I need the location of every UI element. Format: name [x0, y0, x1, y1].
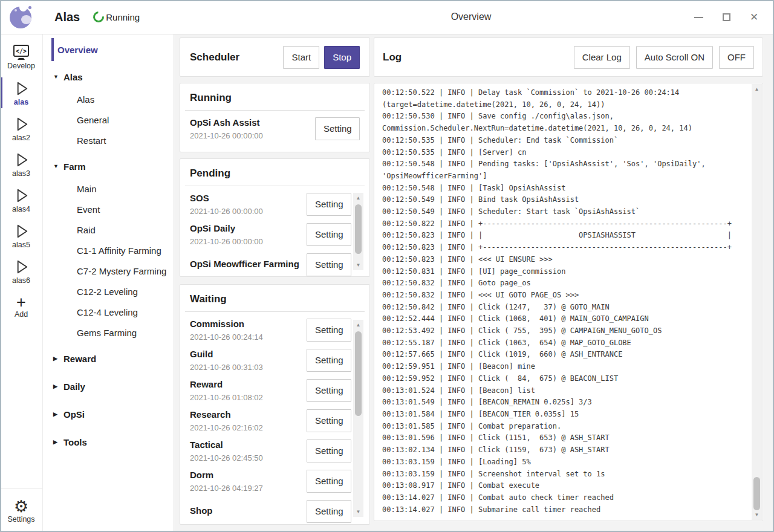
scroll-down-icon[interactable]: ▼ [353, 262, 363, 268]
task-setting-button[interactable]: Setting [315, 117, 360, 140]
nav-item[interactable]: C12-4 Leveling [43, 302, 174, 322]
running-card: Running OpSi Ash Assist 2021-10-26 00:00… [180, 83, 370, 152]
nav-expand-icon: ▶ [53, 383, 63, 389]
add-instance-button[interactable]: + Add [0, 289, 42, 325]
task-setting-button[interactable]: Setting [307, 470, 351, 493]
nav-item-label: OpSi [63, 409, 85, 420]
task-row: Commission 2021-10-26 00:24:14 Setting [190, 318, 360, 342]
page-title: Overview [451, 11, 492, 22]
nav-item[interactable]: ▼ Alas [43, 65, 174, 89]
task-info: OpSi Meowfficer Farming [190, 258, 307, 270]
nav-item[interactable]: ▼ Farm [43, 154, 174, 178]
log-line: 00:12:50.535 | INFO | Scheduler: End tas… [382, 135, 749, 147]
task-setting-button[interactable]: Setting [307, 379, 351, 402]
scrollbar-thumb[interactable] [355, 204, 362, 254]
waiting-scrollbar[interactable]: ▲ ▼ [353, 320, 363, 517]
rail-item-instance[interactable]: alas2 [0, 111, 42, 146]
start-button[interactable]: Start [283, 46, 319, 69]
scroll-up-icon[interactable]: ▲ [752, 86, 762, 92]
nav-item[interactable]: ▶ Reward [43, 346, 174, 371]
status-label: Running [106, 12, 140, 22]
log-line: 00:12:50.530 | INFO | Save config ./conf… [382, 111, 749, 134]
nav-item[interactable]: ▶ Tools [43, 430, 174, 454]
task-next-run-time: 2021-10-26 00:31:03 [190, 363, 307, 372]
app-logo-icon [8, 4, 35, 30]
stop-button[interactable]: Stop [324, 46, 360, 69]
task-info: OpSi Daily 2021-10-26 00:00:00 [190, 222, 307, 245]
scroll-up-icon[interactable]: ▲ [353, 322, 363, 328]
log-line: 00:12:50.823 | INFO | | OPSIASHASSIST | [382, 230, 749, 242]
log-line: 00:13:14.027 | INFO | Combat auto check … [382, 492, 749, 504]
maximize-icon [723, 13, 730, 21]
log-title: Log [383, 51, 568, 63]
app-title: Alas [54, 10, 80, 24]
waiting-title: Waiting [185, 285, 365, 312]
rail-item-develop[interactable]: </> Develop [0, 39, 42, 75]
auto-scroll-on-button[interactable]: Auto Scroll ON [636, 46, 713, 69]
nav-item-label: C1-1 Affinity Farming [77, 245, 161, 256]
log-line: 00:13:02.134 | INFO | Click (1159, 673) … [382, 444, 749, 456]
rail-item-instance[interactable]: alas4 [0, 182, 42, 218]
pending-scrollbar[interactable]: ▲ ▼ [353, 193, 363, 270]
settings-button[interactable]: ⚙ Settings [0, 488, 42, 532]
nav-item[interactable]: Main [43, 178, 174, 199]
rail-item-label: alas6 [12, 276, 30, 285]
nav-item[interactable]: Raid [43, 219, 174, 240]
task-setting-button[interactable]: Setting [307, 193, 351, 216]
task-setting-button[interactable]: Setting [307, 349, 351, 372]
waiting-list: Commission 2021-10-26 00:24:14 Setting G… [180, 312, 369, 523]
log-line: 00:12:50.548 | INFO | [Task] OpsiAshAssi… [382, 183, 749, 195]
log-header-card: Log Clear Log Auto Scroll ON OFF [374, 37, 763, 77]
scroll-up-icon[interactable]: ▲ [353, 195, 363, 201]
nav-item[interactable]: Restart [43, 130, 174, 151]
log-line: 00:12:59.951 | INFO | [Beacon] mine [382, 361, 749, 373]
nav-menu: Overview ▼ Alas Alas General Restart ▼ F… [43, 34, 174, 532]
play-icon [13, 80, 30, 97]
task-setting-button[interactable]: Setting [307, 500, 351, 523]
scrollbar-thumb[interactable] [753, 477, 760, 510]
nav-item[interactable]: General [43, 109, 174, 130]
task-setting-button[interactable]: Setting [307, 440, 351, 462]
task-name: Tactical [190, 439, 307, 451]
task-row: OpSi Daily 2021-10-26 00:00:00 Setting [190, 222, 360, 246]
auto-scroll-off-button[interactable]: OFF [719, 46, 754, 69]
rail-item-instance[interactable]: alas3 [0, 146, 42, 182]
scroll-down-icon[interactable]: ▼ [752, 512, 762, 517]
running-title: Running [185, 83, 365, 111]
nav-item[interactable]: C12-2 Leveling [43, 281, 174, 302]
task-setting-button[interactable]: Setting [307, 409, 351, 432]
window-controls: ✕ [685, 0, 768, 34]
nav-item[interactable]: C7-2 Mystery Farming [43, 261, 174, 281]
rail-item-instance[interactable]: alas5 [0, 218, 42, 253]
nav-item[interactable]: Event [43, 199, 174, 219]
scroll-down-icon[interactable]: ▼ [353, 509, 363, 514]
nav-item[interactable]: ▶ OpSi [43, 402, 174, 426]
task-next-run-time: 2021-10-26 02:45:50 [190, 453, 307, 462]
log-line: 00:13:14.027 | INFO | Submarine call tim… [382, 504, 749, 516]
task-setting-button[interactable]: Setting [307, 253, 351, 276]
nav-expand-icon: ▶ [53, 411, 63, 417]
minimize-button[interactable] [685, 0, 712, 34]
rail-item-instance[interactable]: alas [0, 75, 42, 111]
nav-item[interactable]: C1-1 Affinity Farming [43, 240, 174, 261]
nav-item[interactable]: Alas [43, 89, 174, 109]
nav-item-label: General [77, 115, 109, 125]
rail-item-label: alas3 [12, 169, 30, 178]
rail-item-instance[interactable]: alas6 [0, 253, 42, 289]
maximize-button[interactable] [712, 0, 740, 34]
nav-item[interactable]: Gems Farming [43, 322, 174, 343]
log-scrollbar[interactable]: ▲ ▼ [752, 84, 762, 520]
task-row: Guild 2021-10-26 00:31:03 Setting [190, 348, 360, 372]
task-setting-button[interactable]: Setting [307, 319, 351, 342]
nav-item[interactable]: Overview [51, 38, 174, 61]
minimize-icon [694, 17, 703, 18]
nav-item[interactable]: ▶ Daily [43, 374, 174, 398]
log-body-card: 00:12:50.522 | INFO | Delay task `Commis… [374, 83, 763, 521]
nav-item-label: Daily [63, 381, 85, 392]
waiting-card: Waiting Commission 2021-10-26 00:24:14 S… [180, 284, 370, 525]
task-info: Dorm 2021-10-26 04:19:27 [190, 469, 307, 492]
close-button[interactable]: ✕ [740, 0, 768, 34]
scrollbar-thumb[interactable] [355, 331, 362, 416]
clear-log-button[interactable]: Clear Log [574, 46, 630, 69]
task-setting-button[interactable]: Setting [307, 223, 351, 246]
